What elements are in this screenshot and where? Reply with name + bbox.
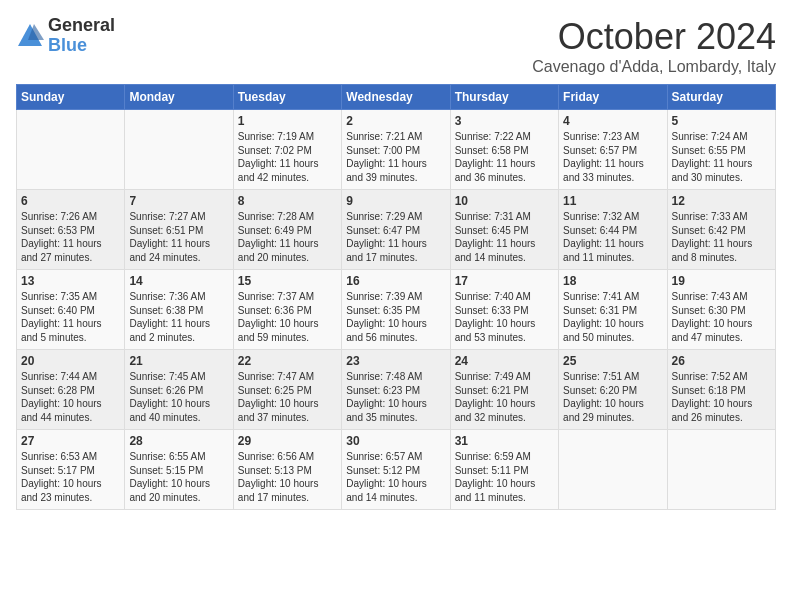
header-saturday: Saturday	[667, 85, 775, 110]
day-number: 26	[672, 354, 771, 368]
calendar-cell: 21Sunrise: 7:45 AMSunset: 6:26 PMDayligh…	[125, 350, 233, 430]
day-info: Sunrise: 7:32 AMSunset: 6:44 PMDaylight:…	[563, 210, 662, 264]
calendar-cell: 22Sunrise: 7:47 AMSunset: 6:25 PMDayligh…	[233, 350, 341, 430]
logo-icon	[16, 22, 44, 50]
day-info: Sunrise: 7:19 AMSunset: 7:02 PMDaylight:…	[238, 130, 337, 184]
day-number: 14	[129, 274, 228, 288]
calendar-week-row: 27Sunrise: 6:53 AMSunset: 5:17 PMDayligh…	[17, 430, 776, 510]
calendar-week-row: 6Sunrise: 7:26 AMSunset: 6:53 PMDaylight…	[17, 190, 776, 270]
day-number: 2	[346, 114, 445, 128]
calendar-cell: 2Sunrise: 7:21 AMSunset: 7:00 PMDaylight…	[342, 110, 450, 190]
day-number: 6	[21, 194, 120, 208]
day-info: Sunrise: 6:57 AMSunset: 5:12 PMDaylight:…	[346, 450, 445, 504]
calendar-cell: 14Sunrise: 7:36 AMSunset: 6:38 PMDayligh…	[125, 270, 233, 350]
calendar-table: SundayMondayTuesdayWednesdayThursdayFrid…	[16, 84, 776, 510]
calendar-cell: 18Sunrise: 7:41 AMSunset: 6:31 PMDayligh…	[559, 270, 667, 350]
day-info: Sunrise: 7:47 AMSunset: 6:25 PMDaylight:…	[238, 370, 337, 424]
calendar-cell: 15Sunrise: 7:37 AMSunset: 6:36 PMDayligh…	[233, 270, 341, 350]
day-number: 5	[672, 114, 771, 128]
header-tuesday: Tuesday	[233, 85, 341, 110]
header-monday: Monday	[125, 85, 233, 110]
day-number: 22	[238, 354, 337, 368]
calendar-week-row: 1Sunrise: 7:19 AMSunset: 7:02 PMDaylight…	[17, 110, 776, 190]
logo-blue-text: Blue	[48, 36, 115, 56]
title-block: October 2024 Cavenago d'Adda, Lombardy, …	[532, 16, 776, 76]
calendar-cell: 20Sunrise: 7:44 AMSunset: 6:28 PMDayligh…	[17, 350, 125, 430]
day-info: Sunrise: 7:28 AMSunset: 6:49 PMDaylight:…	[238, 210, 337, 264]
day-number: 16	[346, 274, 445, 288]
day-info: Sunrise: 7:41 AMSunset: 6:31 PMDaylight:…	[563, 290, 662, 344]
calendar-cell	[125, 110, 233, 190]
day-info: Sunrise: 7:21 AMSunset: 7:00 PMDaylight:…	[346, 130, 445, 184]
logo-text: General Blue	[48, 16, 115, 56]
day-info: Sunrise: 6:55 AMSunset: 5:15 PMDaylight:…	[129, 450, 228, 504]
month-title: October 2024	[532, 16, 776, 58]
day-info: Sunrise: 7:45 AMSunset: 6:26 PMDaylight:…	[129, 370, 228, 424]
day-number: 1	[238, 114, 337, 128]
header-sunday: Sunday	[17, 85, 125, 110]
day-info: Sunrise: 7:48 AMSunset: 6:23 PMDaylight:…	[346, 370, 445, 424]
calendar-cell: 3Sunrise: 7:22 AMSunset: 6:58 PMDaylight…	[450, 110, 558, 190]
day-info: Sunrise: 7:52 AMSunset: 6:18 PMDaylight:…	[672, 370, 771, 424]
calendar-cell: 17Sunrise: 7:40 AMSunset: 6:33 PMDayligh…	[450, 270, 558, 350]
day-info: Sunrise: 7:39 AMSunset: 6:35 PMDaylight:…	[346, 290, 445, 344]
day-number: 10	[455, 194, 554, 208]
day-number: 8	[238, 194, 337, 208]
calendar-cell: 19Sunrise: 7:43 AMSunset: 6:30 PMDayligh…	[667, 270, 775, 350]
day-info: Sunrise: 7:35 AMSunset: 6:40 PMDaylight:…	[21, 290, 120, 344]
day-number: 29	[238, 434, 337, 448]
calendar-header-row: SundayMondayTuesdayWednesdayThursdayFrid…	[17, 85, 776, 110]
day-number: 15	[238, 274, 337, 288]
day-info: Sunrise: 7:44 AMSunset: 6:28 PMDaylight:…	[21, 370, 120, 424]
calendar-cell: 13Sunrise: 7:35 AMSunset: 6:40 PMDayligh…	[17, 270, 125, 350]
day-number: 19	[672, 274, 771, 288]
day-info: Sunrise: 7:36 AMSunset: 6:38 PMDaylight:…	[129, 290, 228, 344]
calendar-cell: 30Sunrise: 6:57 AMSunset: 5:12 PMDayligh…	[342, 430, 450, 510]
day-info: Sunrise: 6:59 AMSunset: 5:11 PMDaylight:…	[455, 450, 554, 504]
calendar-cell	[559, 430, 667, 510]
day-info: Sunrise: 7:37 AMSunset: 6:36 PMDaylight:…	[238, 290, 337, 344]
calendar-cell: 11Sunrise: 7:32 AMSunset: 6:44 PMDayligh…	[559, 190, 667, 270]
calendar-week-row: 13Sunrise: 7:35 AMSunset: 6:40 PMDayligh…	[17, 270, 776, 350]
header-friday: Friday	[559, 85, 667, 110]
calendar-week-row: 20Sunrise: 7:44 AMSunset: 6:28 PMDayligh…	[17, 350, 776, 430]
day-info: Sunrise: 7:29 AMSunset: 6:47 PMDaylight:…	[346, 210, 445, 264]
day-number: 18	[563, 274, 662, 288]
logo-general-text: General	[48, 16, 115, 36]
day-number: 7	[129, 194, 228, 208]
day-number: 4	[563, 114, 662, 128]
day-info: Sunrise: 7:22 AMSunset: 6:58 PMDaylight:…	[455, 130, 554, 184]
calendar-cell: 1Sunrise: 7:19 AMSunset: 7:02 PMDaylight…	[233, 110, 341, 190]
calendar-cell: 29Sunrise: 6:56 AMSunset: 5:13 PMDayligh…	[233, 430, 341, 510]
calendar-cell	[667, 430, 775, 510]
calendar-cell: 5Sunrise: 7:24 AMSunset: 6:55 PMDaylight…	[667, 110, 775, 190]
day-number: 31	[455, 434, 554, 448]
calendar-cell: 28Sunrise: 6:55 AMSunset: 5:15 PMDayligh…	[125, 430, 233, 510]
day-info: Sunrise: 7:27 AMSunset: 6:51 PMDaylight:…	[129, 210, 228, 264]
calendar-cell: 25Sunrise: 7:51 AMSunset: 6:20 PMDayligh…	[559, 350, 667, 430]
day-number: 17	[455, 274, 554, 288]
day-info: Sunrise: 7:40 AMSunset: 6:33 PMDaylight:…	[455, 290, 554, 344]
day-info: Sunrise: 7:49 AMSunset: 6:21 PMDaylight:…	[455, 370, 554, 424]
day-number: 25	[563, 354, 662, 368]
day-number: 3	[455, 114, 554, 128]
calendar-cell	[17, 110, 125, 190]
day-number: 30	[346, 434, 445, 448]
day-number: 21	[129, 354, 228, 368]
calendar-cell: 26Sunrise: 7:52 AMSunset: 6:18 PMDayligh…	[667, 350, 775, 430]
calendar-cell: 4Sunrise: 7:23 AMSunset: 6:57 PMDaylight…	[559, 110, 667, 190]
calendar-cell: 10Sunrise: 7:31 AMSunset: 6:45 PMDayligh…	[450, 190, 558, 270]
location-title: Cavenago d'Adda, Lombardy, Italy	[532, 58, 776, 76]
day-info: Sunrise: 6:53 AMSunset: 5:17 PMDaylight:…	[21, 450, 120, 504]
day-number: 13	[21, 274, 120, 288]
header-wednesday: Wednesday	[342, 85, 450, 110]
logo: General Blue	[16, 16, 115, 56]
calendar-cell: 31Sunrise: 6:59 AMSunset: 5:11 PMDayligh…	[450, 430, 558, 510]
calendar-cell: 23Sunrise: 7:48 AMSunset: 6:23 PMDayligh…	[342, 350, 450, 430]
calendar-cell: 8Sunrise: 7:28 AMSunset: 6:49 PMDaylight…	[233, 190, 341, 270]
header-thursday: Thursday	[450, 85, 558, 110]
day-info: Sunrise: 7:51 AMSunset: 6:20 PMDaylight:…	[563, 370, 662, 424]
calendar-cell: 16Sunrise: 7:39 AMSunset: 6:35 PMDayligh…	[342, 270, 450, 350]
day-number: 9	[346, 194, 445, 208]
day-number: 23	[346, 354, 445, 368]
